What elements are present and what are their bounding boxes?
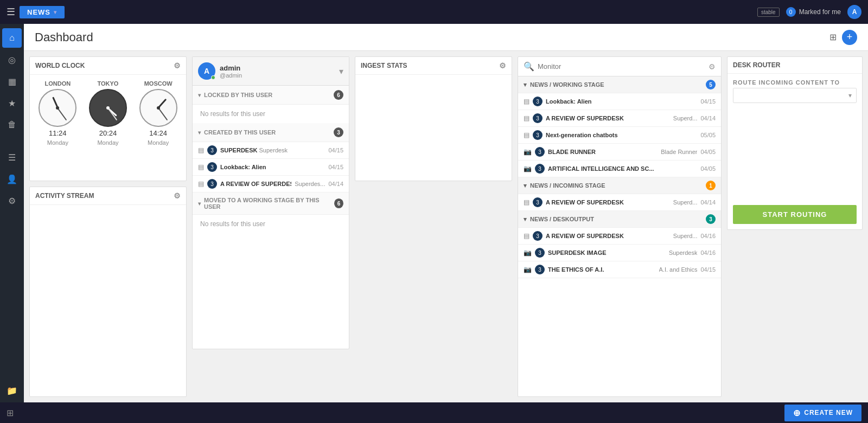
deskoutput-item-1[interactable]: 📷 3 SUPERDESK IMAGE Superdesk 04/16 [518,245,721,261]
clock-tokyo-time: 20:24 [99,129,117,137]
monitor-settings-icon[interactable]: ⚙ [709,62,716,71]
clock-tokyo-center [106,106,110,110]
moved-section-header: ▾ MOVED TO A WORKING STAGE BY THIS USER … [193,193,349,215]
sidebar-item-users[interactable]: 👤 [2,169,22,189]
clock-london-time: 11:24 [49,129,67,137]
monitor-search-input[interactable] [538,62,705,70]
app-name-badge[interactable]: NEWS ▾ [20,6,65,18]
page-title: Dashboard [35,30,93,44]
moved-chevron-icon[interactable]: ▾ [198,201,201,207]
hamburger-icon[interactable]: ☰ [7,6,15,18]
marked-label: Marked for me [799,8,841,16]
di-title-0: A REVIEW OF SUPERDESK [546,233,670,239]
article-type-icon-inc: ▤ [524,198,529,206]
working-item-1[interactable]: ▤ 3 A REVIEW OF SUPERDESK Superd... 04/1… [518,110,721,127]
wi-subtitle-1: Superd... [673,115,698,121]
activity-stream-header: Activity Stream ⚙ [30,187,186,205]
ii-badge-0: 3 [533,197,542,207]
ingest-settings-icon[interactable]: ⚙ [499,61,506,70]
world-clock-header: World Clock ⚙ [30,57,186,75]
working-item-3[interactable]: 📷 3 BLADE RUNNER Blade Runner 04/05 [518,144,721,161]
created-item-2[interactable]: ▤ 3 A REVIEW OF SUPERDESK Superdes... 04… [193,176,349,193]
start-routing-button[interactable]: START ROUTING [733,205,857,224]
page-header: Dashboard ⊞ + [24,24,868,51]
clock-tokyo-city: TOKYO [98,80,119,87]
locked-section-header: ▾ LOCKED BY THIS USER 6 [193,86,349,105]
user-avatar[interactable]: A [847,5,861,19]
sidebar-item-monitor[interactable]: ☰ [2,148,22,167]
topbar-left: ☰ NEWS ▾ [7,6,65,18]
admin-avatar: A [198,62,215,80]
working-item-4[interactable]: 📷 3 ARTIFICAL INTELLIGENCE AND SC... 04/… [518,161,721,177]
desk-router-header: Desk Router [727,57,862,74]
ingest-title: Ingest Stats [361,62,407,69]
sidebar-item-archive[interactable]: 📁 [2,381,22,400]
admin-chevron-icon[interactable]: ▾ [339,66,343,76]
main-content: World Clock ⚙ LONDON 11:24 Monday [24,51,868,402]
admin-initial: A [204,67,209,75]
deskoutput-chevron-icon[interactable]: ▾ [524,216,527,223]
locked-chevron-icon[interactable]: ▾ [198,92,201,98]
world-clock-settings-icon[interactable]: ⚙ [174,61,181,70]
article-icon-0: ▤ [198,146,204,154]
ii-title-0: A REVIEW OF SUPERDESK [546,199,670,206]
route-dropdown-chevron: ▾ [848,92,852,99]
di-badge-1: 3 [535,248,545,258]
photo-type-icon-desk1: 📷 [524,249,532,257]
di-date-1: 04/16 [700,249,716,256]
admin-widget: A admin @admin ▾ ▾ LOCKED BY THIS USER 6… [192,56,349,349]
desk-router-widget: Desk Router ROUTE INCOMING CONTENT TO ▾ … [727,56,863,230]
world-clock-widget: World Clock ⚙ LONDON 11:24 Monday [29,56,187,181]
created-item-1[interactable]: ▤ 3 Lookback: Alien 04/15 [193,159,349,176]
admin-column: A admin @admin ▾ ▾ LOCKED BY THIS USER 6… [192,56,349,397]
wi-title-2: Next-generation chatbots [546,132,697,138]
article-type-icon-desk0: ▤ [524,232,529,240]
moved-empty-message: No results for this user [193,215,349,233]
created-label: CREATED BY THIS USER [204,129,276,136]
sidebar-item-home[interactable]: ⌂ [2,28,22,48]
desk-router-body: ROUTE INCOMING CONTENT TO ▾ [727,74,862,205]
clock-tokyo-day: Monday [97,139,118,146]
sidebar-item-calendar[interactable]: ▦ [2,72,22,91]
marked-for-me-button[interactable]: 0 Marked for me [786,7,841,17]
dashboard-columns-icon[interactable]: ⊞ [829,32,837,42]
item-title-0: SUPERDESK Superdesk [220,147,325,153]
incoming-chevron-icon[interactable]: ▾ [524,182,527,189]
clock-london-face [39,89,76,127]
clock-tokyo-face [89,89,127,127]
sidebar-item-trash[interactable]: 🗑 [2,115,22,134]
article-icon-1: ▤ [198,163,204,171]
deskoutput-item-2[interactable]: 📷 3 THE ETHICS OF A.I. A.I. and Ethics 0… [518,261,721,278]
activity-stream-settings-icon[interactable]: ⚙ [174,191,181,200]
sidebar-item-settings[interactable]: ⚙ [2,191,22,210]
clock-london-city: LONDON [44,80,71,87]
clock-london-center [56,106,59,110]
incoming-item-0[interactable]: ▤ 3 A REVIEW OF SUPERDESK Superd... 04/1… [518,194,721,211]
ii-subtitle-0: Superd... [673,199,698,206]
clock-moscow-face [139,89,177,127]
grid-icon[interactable]: ⊞ [7,408,14,418]
deskoutput-item-0[interactable]: ▤ 3 A REVIEW OF SUPERDESK Superd... 04/1… [518,228,721,245]
working-chevron-icon[interactable]: ▾ [524,81,527,88]
add-widget-button[interactable]: + [842,30,857,45]
photo-type-icon-4: 📷 [524,165,532,172]
wi-badge-0: 3 [533,97,542,106]
article-icon-2: ▤ [198,180,204,188]
wi-badge-4: 3 [535,164,545,174]
clock-london-minute-hand [58,107,67,120]
di-subtitle-0: Superd... [673,233,698,239]
item-date-0: 04/15 [328,147,343,153]
created-chevron-icon[interactable]: ▾ [198,130,201,136]
working-item-0[interactable]: ▤ 3 Lookback: Alien 04/15 [518,93,721,110]
ingest-column: Ingest Stats ⚙ [355,56,512,397]
route-dropdown[interactable]: ▾ [733,88,857,103]
created-item-0[interactable]: ▤ 3 SUPERDESK Superdesk 04/15 [193,142,349,159]
sidebar-item-search[interactable]: ◎ [2,50,22,69]
create-new-button[interactable]: ⊕ CREATE NEW [784,405,861,421]
clock-moscow-center [157,106,160,110]
sidebar-item-favorites[interactable]: ★ [2,93,22,113]
item-badge-0: 3 [207,145,217,155]
working-item-2[interactable]: ▤ 3 Next-generation chatbots 05/05 [518,127,721,144]
left-column: World Clock ⚙ LONDON 11:24 Monday [29,56,187,397]
ii-date-0: 04/14 [700,199,716,206]
